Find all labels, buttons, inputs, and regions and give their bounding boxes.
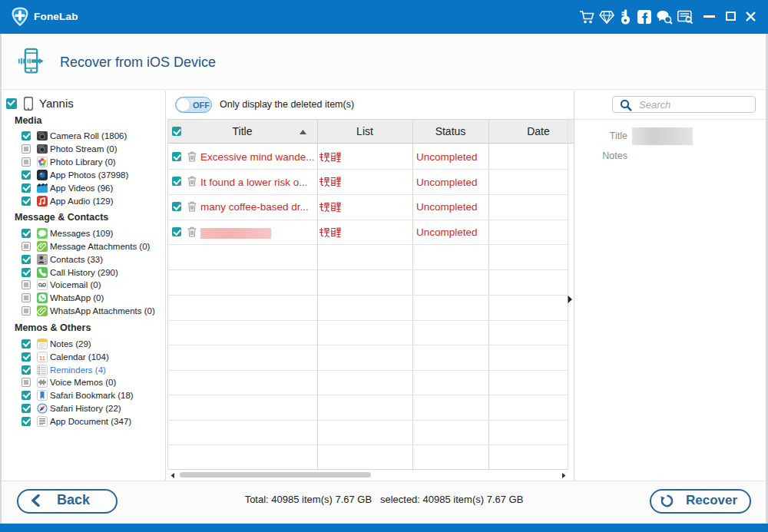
- svg-text:11: 11: [39, 355, 45, 362]
